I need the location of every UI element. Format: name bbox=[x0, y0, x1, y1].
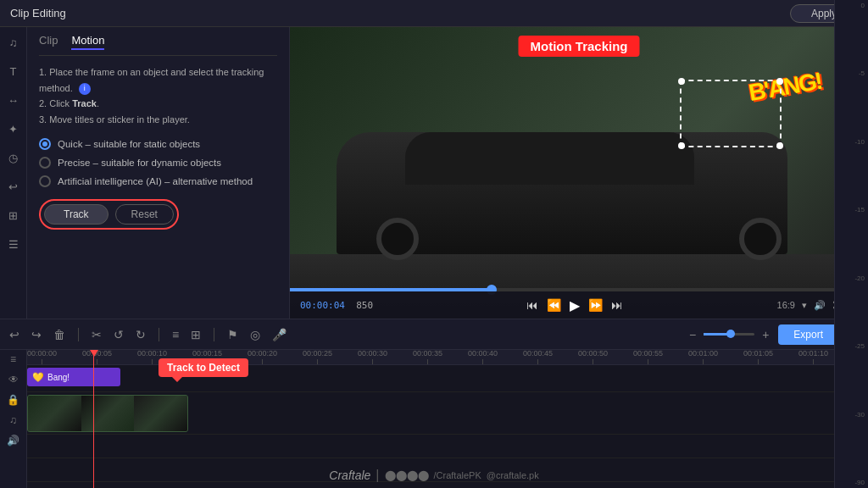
ruler-tick bbox=[317, 359, 318, 364]
ruler-mark: 00:01:10 bbox=[798, 350, 828, 364]
ruler-tick bbox=[537, 359, 538, 364]
timeline-toolbar: ↩ ↪ 🗑 ✂ ↺ ↻ ≡ ⊞ ⚑ ◎ 🎤 − + Expor bbox=[0, 319, 868, 350]
left-sidebar: ♫ T ↔ ✦ ◷ ↩ ⊞ ☰ bbox=[0, 27, 27, 319]
ruler-tick bbox=[262, 359, 263, 364]
radio-circle-ai bbox=[39, 175, 51, 187]
play-icon[interactable]: ▶ bbox=[570, 297, 580, 313]
video-preview: Motion Tracking B'ANG! bbox=[290, 27, 868, 319]
car-roof bbox=[405, 132, 694, 185]
export-button[interactable]: Export bbox=[778, 324, 838, 345]
undo-icon[interactable]: ↩ bbox=[7, 326, 22, 343]
cut-icon[interactable]: ✂ bbox=[89, 326, 104, 343]
tl-settings-icon[interactable]: ≡ bbox=[10, 353, 16, 365]
footer-divider: | bbox=[376, 468, 379, 483]
split-icon[interactable]: ↺ bbox=[111, 326, 126, 343]
timeline-ruler: 00:00:0000:00:0500:00:1000:00:1500:00:20… bbox=[27, 350, 868, 365]
sidebar-icon-transform[interactable]: ↔ bbox=[5, 92, 22, 108]
top-bar: Clip Editing Apply bbox=[0, 0, 868, 27]
radio-precise[interactable]: Precise – suitable for dynamic objects bbox=[39, 157, 277, 169]
timeline-area: ↩ ↪ 🗑 ✂ ↺ ↻ ≡ ⊞ ⚑ ◎ 🎤 − + Expor bbox=[0, 319, 868, 488]
tl-volume-icon[interactable]: 🔊 bbox=[7, 435, 19, 446]
redo-icon[interactable]: ↪ bbox=[29, 326, 44, 343]
tl-eye-icon[interactable]: 👁 bbox=[8, 374, 19, 385]
ruler-label: 00:00:55 bbox=[633, 350, 663, 358]
sidebar-icon-filter[interactable]: ✦ bbox=[5, 120, 22, 137]
step-back-icon[interactable]: ⏪ bbox=[547, 298, 561, 312]
zoom-thumb bbox=[726, 330, 735, 338]
sticker-track-row: 💛 Bang! Track to Detect bbox=[27, 365, 868, 392]
ruler-mark: 00:00:35 bbox=[413, 350, 442, 364]
tracking-box[interactable] bbox=[680, 80, 782, 147]
time-display: 00:00:04 850 bbox=[300, 300, 373, 311]
video-clip[interactable] bbox=[27, 395, 188, 432]
aspect-ratio-display: 16:9 bbox=[777, 300, 795, 310]
ruler-mark: 00:00:00 bbox=[27, 350, 57, 364]
list-icon[interactable]: ≡ bbox=[170, 326, 181, 343]
playback-controls: ⏮ ⏪ ▶ ⏩ ⏭ bbox=[526, 297, 623, 313]
tab-clip[interactable]: Clip bbox=[39, 34, 58, 50]
grid-icon[interactable]: ⊞ bbox=[188, 326, 203, 343]
ruler-label: 00:00:15 bbox=[192, 350, 222, 358]
ruler-mark: 00:00:45 bbox=[523, 350, 553, 364]
zoom-in-icon[interactable]: + bbox=[760, 326, 771, 343]
ruler-tick bbox=[42, 359, 42, 364]
info-icon[interactable]: i bbox=[79, 83, 91, 95]
ruler-tick bbox=[427, 359, 428, 364]
ruler-label: 00:00:00 bbox=[27, 350, 57, 358]
step-forward-icon[interactable]: ⏩ bbox=[588, 298, 603, 312]
separator-3 bbox=[214, 328, 214, 341]
skip-to-start-icon[interactable]: ⏮ bbox=[526, 298, 538, 312]
ruler-label: 00:00:45 bbox=[523, 350, 553, 358]
mic-icon[interactable]: 🎤 bbox=[270, 326, 289, 343]
tab-motion[interactable]: Motion bbox=[71, 34, 104, 50]
playhead[interactable] bbox=[93, 350, 94, 488]
track-reset-container: Track Reset bbox=[39, 199, 179, 230]
sidebar-icon-time[interactable]: ◷ bbox=[5, 149, 22, 166]
delete-icon[interactable]: 🗑 bbox=[51, 326, 68, 343]
ruler-label: 00:00:50 bbox=[578, 350, 608, 358]
ruler-tick bbox=[813, 359, 814, 364]
timeline-left-panel: ≡ 👁 🔒 ♫ 🔊 bbox=[0, 350, 27, 488]
separator-1 bbox=[78, 328, 79, 341]
track-button[interactable]: Track bbox=[44, 204, 108, 225]
skip-to-end-icon[interactable]: ⏭ bbox=[611, 298, 623, 312]
tl-music-icon[interactable]: ♫ bbox=[9, 414, 17, 426]
radio-circle-precise bbox=[39, 157, 51, 169]
panel-tabs: Clip Motion bbox=[39, 34, 277, 56]
car-wheel-right bbox=[739, 218, 782, 260]
sidebar-icon-menu[interactable]: ☰ bbox=[5, 236, 22, 252]
sidebar-icon-undo[interactable]: ↩ bbox=[5, 178, 22, 195]
ruler-tick bbox=[372, 359, 373, 364]
radio-ai[interactable]: Artificial intelligence (AI) – alternati… bbox=[39, 175, 277, 187]
zoom-out-icon[interactable]: − bbox=[687, 326, 698, 343]
video-thumb-2 bbox=[81, 396, 135, 431]
radio-circle-quick bbox=[39, 138, 51, 150]
sidebar-icon-text[interactable]: T bbox=[5, 63, 22, 80]
ruler-mark: 00:01:00 bbox=[688, 350, 718, 364]
motion-instructions: 1. Place the frame on an object and sele… bbox=[39, 64, 277, 128]
radio-quick[interactable]: Quick – suitable for static objects bbox=[39, 138, 277, 150]
clip-editing-panel: Clip Motion 1. Place the frame on an obj… bbox=[27, 27, 290, 319]
rotate-icon[interactable]: ↻ bbox=[133, 326, 148, 343]
reset-button[interactable]: Reset bbox=[115, 204, 174, 225]
tracking-dot-tl bbox=[678, 78, 685, 85]
volume-icon[interactable]: 🔊 bbox=[814, 300, 826, 311]
ruler-mark: 00:00:30 bbox=[358, 350, 387, 364]
tl-lock-icon[interactable]: 🔒 bbox=[7, 394, 19, 406]
sticker-clip[interactable]: 💛 Bang! bbox=[27, 368, 120, 386]
ruler-mark: 00:00:50 bbox=[578, 350, 608, 364]
sidebar-icon-grid[interactable]: ⊞ bbox=[5, 207, 22, 224]
zoom-track[interactable] bbox=[704, 333, 754, 336]
record-icon[interactable]: ◎ bbox=[248, 326, 263, 343]
ruler-tick bbox=[593, 359, 593, 364]
aspect-ratio-dropdown-icon[interactable]: ▾ bbox=[802, 300, 807, 311]
instruction-line1: 1. Place the frame on an object and sele… bbox=[39, 64, 277, 96]
tracking-dot-bl bbox=[678, 142, 685, 149]
social-icons: ⬤⬤⬤⬤ bbox=[385, 469, 429, 481]
video-controls-bar: 00:00:04 850 ⏮ ⏪ ▶ ⏩ ⏭ 16:9 ▾ 🔊 ⛶ ⋯ bbox=[290, 291, 868, 319]
panel-title: Clip Editing bbox=[10, 7, 66, 19]
ruler-label: 00:00:10 bbox=[137, 350, 167, 358]
ruler-mark: 00:00:55 bbox=[633, 350, 663, 364]
sidebar-icon-music[interactable]: ♫ bbox=[5, 34, 22, 51]
flag-icon[interactable]: ⚑ bbox=[225, 326, 241, 343]
